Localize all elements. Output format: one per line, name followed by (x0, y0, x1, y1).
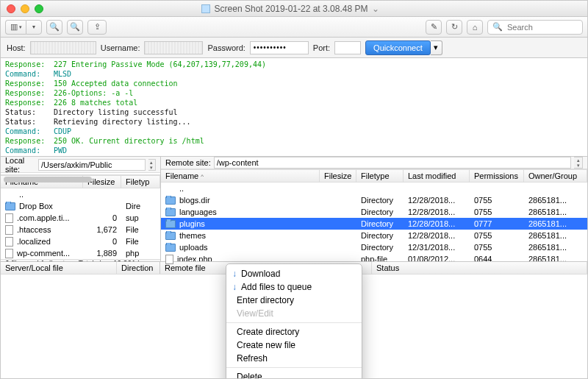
list-item[interactable]: languagesDirectory12/28/2018...075528651… (161, 206, 587, 218)
menu-item[interactable]: Refresh (226, 352, 362, 365)
local-path-input[interactable] (38, 159, 146, 171)
menu-item[interactable]: Create directory (226, 325, 362, 339)
menu-item: View/Edit (226, 307, 362, 320)
menu-item-label: Download (241, 269, 280, 279)
quickconnect-dropdown[interactable]: ▾ (431, 40, 442, 55)
search-input[interactable] (506, 22, 578, 32)
remote-site-header: Remote site: ▴▾ (161, 157, 587, 169)
list-item[interactable]: .com.apple.ti...0sup (1, 212, 160, 224)
local-panel: Local site: ▴▾ MusicPicturesPublicTestDo… (1, 157, 161, 261)
remote-path-input[interactable] (214, 157, 571, 169)
toolbox-button[interactable]: ⌂ (467, 20, 483, 35)
list-item[interactable]: blogs.dirDirectory12/28/2018...075528651… (161, 194, 587, 206)
log-label: Command: (5, 146, 54, 155)
search-field[interactable]: 🔍 (487, 20, 583, 35)
menu-item[interactable]: ↓Add files to queue (226, 280, 362, 294)
remote-panel: Remote site: ▴▾ Filename^ Filesize Filet… (161, 157, 587, 261)
log-text: 226-Options: -a -l (54, 88, 133, 98)
document-icon (201, 4, 210, 13)
menu-item-label: Create directory (237, 327, 299, 337)
log-label: Response: (5, 60, 54, 69)
log-text: PWD (54, 146, 67, 155)
file-icon (5, 249, 13, 258)
remote-columns[interactable]: Filename^ Filesize Filetype Last modifie… (161, 169, 587, 183)
context-menu: ↓Download↓Add files to queueEnter direct… (226, 263, 362, 379)
download-icon: ↓ (229, 269, 240, 279)
remote-path-stepper[interactable]: ▴▾ (574, 157, 583, 169)
minimize-icon[interactable] (21, 4, 29, 13)
menu-item-label: Create new file (237, 340, 295, 350)
port-label: Port: (313, 43, 330, 52)
port-input[interactable] (334, 41, 361, 54)
close-icon[interactable] (7, 4, 15, 13)
menu-item-label: View/Edit (237, 308, 273, 319)
log-text: 250 OK. Current directory is /html (54, 136, 204, 146)
menu-item-label: Add files to queue (241, 282, 312, 292)
log-text: Directory listing successful (54, 107, 178, 117)
menu-item[interactable]: Create new file (226, 339, 362, 352)
window-controls (7, 4, 43, 13)
log-pane: Response:227 Entering Passive Mode (64,2… (1, 58, 587, 157)
list-item[interactable]: pluginsDirectory12/28/2018...07772865181… (161, 218, 587, 230)
sort-icon: ^ (201, 173, 204, 180)
zoom-in-button[interactable]: 🔍 (67, 20, 83, 35)
menu-item-label: Refresh (237, 353, 268, 364)
menu-item-label: Delete (237, 372, 262, 379)
list-item[interactable]: wp-comment...1,889php (1, 247, 160, 259)
password-input[interactable]: •••••••••• (250, 41, 309, 54)
file-icon (5, 213, 13, 223)
log-label: Response: (5, 136, 54, 146)
local-tree-scrollbar[interactable] (1, 174, 160, 175)
titlebar: Screen Shot 2019-01-22 at 3.08.48 PM ⌄ (1, 1, 587, 17)
log-label: Status: (5, 117, 54, 127)
list-item[interactable]: themesDirectory12/28/2018...07552865181.… (161, 230, 587, 241)
share-button[interactable]: ⇪ (87, 20, 107, 35)
log-label: Response: (5, 88, 54, 98)
remote-file-list[interactable]: ..blogs.dirDirectory12/28/2018...0755286… (161, 183, 587, 265)
folder-icon (165, 220, 176, 228)
password-label: Password: (207, 43, 245, 52)
quickconnect-button[interactable]: Quickconnect (365, 40, 431, 55)
edit-button[interactable]: ✎ (426, 20, 442, 35)
local-file-list[interactable]: ..Drop BoxDire.com.apple.ti...0sup.htacc… (1, 188, 160, 259)
search-icon: 🔍 (492, 22, 503, 32)
host-input[interactable] (30, 41, 96, 54)
folder-icon (165, 232, 176, 240)
menu-separator (226, 367, 362, 368)
file-icon (165, 255, 173, 264)
local-path-stepper[interactable]: ▴▾ (148, 159, 156, 171)
menu-item[interactable]: Delete (226, 370, 362, 379)
window-title-text: Screen Shot 2019-01-22 at 3.08.48 PM (215, 4, 368, 14)
log-text: 227 Entering Passive Mode (64,207,139,77… (54, 60, 266, 69)
log-text: 150 Accepted data connection (54, 79, 178, 88)
list-item[interactable]: Drop BoxDire (1, 200, 160, 212)
local-site-header: Local site: ▴▾ (1, 157, 160, 173)
username-input[interactable] (144, 41, 203, 54)
local-site-label: Local site: (5, 156, 35, 174)
app-window: Screen Shot 2019-01-22 at 3.08.48 PM ⌄ ▥… (0, 0, 588, 379)
rotate-button[interactable]: ↻ (446, 20, 462, 35)
menu-item-label: Enter directory (237, 295, 294, 305)
folder-icon (165, 244, 176, 252)
toolbar: ▥▾ ▾ 🔍 🔍 ⇪ ✎ ↻ ⌂ 🔍 (1, 17, 587, 38)
layout-caret-button[interactable]: ▾ (26, 20, 42, 35)
quickconnect-bar: Host: Username: Password: •••••••••• Por… (1, 38, 587, 58)
log-label: Command: (5, 69, 54, 79)
folder-icon (5, 202, 15, 210)
log-label: Response: (5, 98, 54, 107)
layout-button[interactable]: ▥▾ (5, 20, 26, 35)
title-dropdown-caret[interactable]: ⌄ (372, 4, 379, 14)
menu-separator (226, 322, 362, 323)
zoom-icon[interactable] (35, 4, 43, 13)
window-title: Screen Shot 2019-01-22 at 3.08.48 PM ⌄ (43, 4, 537, 14)
log-label: Status: (5, 107, 54, 117)
list-item[interactable]: .. (161, 183, 587, 194)
zoom-out-button[interactable]: 🔍 (46, 20, 62, 35)
list-item[interactable]: .localized0File (1, 235, 160, 247)
list-item[interactable]: .htaccess1,672File (1, 224, 160, 235)
list-item[interactable]: uploadsDirectory12/31/2018...07552865181… (161, 241, 587, 253)
log-text: MLSD (54, 69, 71, 79)
list-item[interactable]: .. (1, 188, 160, 200)
menu-item[interactable]: ↓Download (226, 267, 362, 280)
menu-item[interactable]: Enter directory (226, 294, 362, 307)
